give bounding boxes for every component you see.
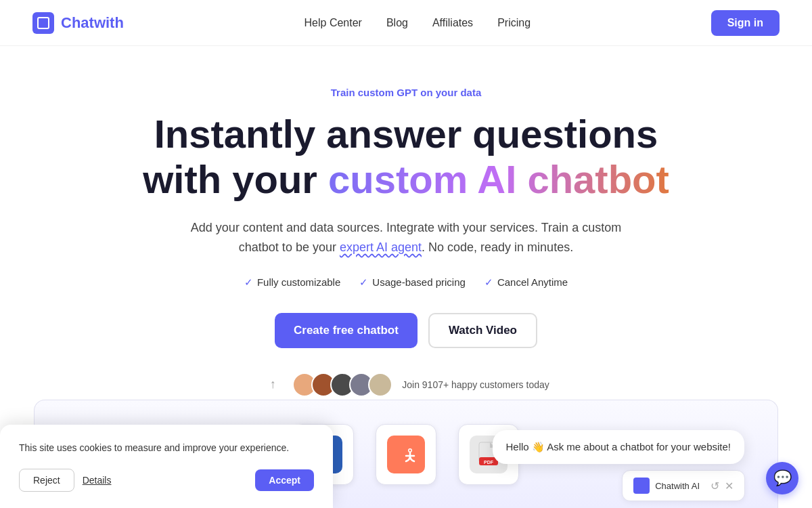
check-label-1: Fully customizable bbox=[257, 276, 340, 288]
logo-area[interactable]: Chatwith bbox=[32, 12, 124, 34]
nav-link-help[interactable]: Help Center bbox=[304, 17, 362, 29]
watch-video-button[interactable]: Watch Video bbox=[428, 313, 537, 348]
cookie-buttons: Reject Details Accept bbox=[19, 469, 314, 492]
hubspot-svg bbox=[395, 444, 417, 465]
cookie-details-button[interactable]: Details bbox=[83, 475, 112, 486]
signin-button[interactable]: Sign in bbox=[711, 10, 780, 36]
nav-link-affiliates[interactable]: Affiliates bbox=[432, 17, 473, 29]
nav-links: Help Center Blog Affiliates Pricing bbox=[304, 17, 531, 29]
cookie-accept-button[interactable]: Accept bbox=[255, 469, 314, 491]
hubspot-icon-box bbox=[376, 424, 436, 485]
hero-title-line2-plain: with your bbox=[143, 157, 328, 201]
hero-tagline: Train custom GPT on your data bbox=[331, 87, 482, 98]
hero-subtitle: Add your content and data sources. Integ… bbox=[189, 218, 623, 257]
subtitle-part2: . No code, ready in minutes. bbox=[422, 240, 573, 254]
hero-buttons: Create free chatbot Watch Video bbox=[275, 313, 537, 348]
hero-title: Instantly answer questions with your cus… bbox=[143, 112, 669, 202]
check-icon-2: ✓ bbox=[359, 276, 368, 289]
expert-ai-link[interactable]: expert AI agent bbox=[340, 240, 422, 254]
navbar: Chatwith Help Center Blog Affiliates Pri… bbox=[0, 0, 812, 46]
hero-section: Train custom GPT on your data Instantly … bbox=[0, 46, 812, 419]
logo-icon-inner bbox=[37, 17, 49, 29]
close-icon: ✕ bbox=[725, 480, 734, 492]
check-item-1: ✓ Fully customizable bbox=[244, 276, 340, 289]
share-icon: ↑ bbox=[263, 375, 283, 395]
undo-icon: ↺ bbox=[710, 480, 719, 492]
create-chatbot-button[interactable]: Create free chatbot bbox=[275, 313, 418, 348]
chat-bubble-text: Hello 👋 Ask me about a chatbot for your … bbox=[506, 441, 731, 453]
cookie-banner: This site uses cookies to measure and im… bbox=[0, 425, 333, 508]
cookie-reject-button[interactable]: Reject bbox=[19, 469, 74, 492]
check-icon-1: ✓ bbox=[244, 276, 253, 289]
check-item-3: ✓ Cancel Anytime bbox=[484, 276, 568, 289]
nav-link-blog[interactable]: Blog bbox=[386, 17, 408, 29]
chat-bubble: Hello 👋 Ask me about a chatbot for your … bbox=[493, 430, 745, 464]
chatwith-preview-card: Chatwith AI ↺ ✕ bbox=[622, 470, 745, 501]
hero-title-line1: Instantly answer questions bbox=[154, 112, 658, 156]
check-label-2: Usage-based pricing bbox=[372, 276, 466, 288]
logo-icon bbox=[32, 12, 54, 34]
chatwith-icon bbox=[633, 478, 650, 494]
check-label-3: Cancel Anytime bbox=[497, 276, 568, 288]
nav-actions: Sign in bbox=[711, 10, 780, 36]
hero-checks: ✓ Fully customizable ✓ Usage-based prici… bbox=[244, 276, 568, 289]
social-proof-text: Join 9107+ happy customers today bbox=[402, 379, 549, 390]
chatwith-preview: Chatwith AI ↺ ✕ bbox=[622, 470, 745, 501]
svg-point-1 bbox=[409, 449, 411, 451]
nav-link-pricing[interactable]: Pricing bbox=[497, 17, 531, 29]
cookie-text: This site uses cookies to measure and im… bbox=[19, 441, 314, 455]
hero-title-gradient: custom AI chatbot bbox=[328, 157, 669, 201]
logo-text: Chatwith bbox=[61, 14, 124, 32]
check-item-2: ✓ Usage-based pricing bbox=[359, 276, 466, 289]
svg-text:PDF: PDF bbox=[484, 460, 494, 465]
chatwith-label: Chatwith AI bbox=[655, 481, 700, 491]
check-icon-3: ✓ bbox=[484, 276, 493, 289]
hubspot-icon bbox=[387, 436, 425, 473]
chat-widget-button[interactable]: 💬 bbox=[766, 462, 798, 494]
